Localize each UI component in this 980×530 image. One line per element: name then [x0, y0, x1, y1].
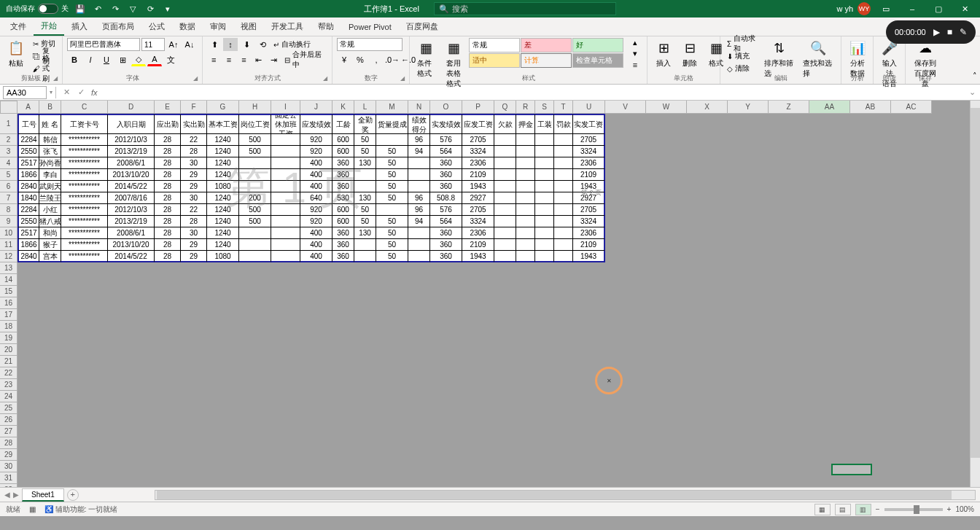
maximize-icon[interactable]: ▢	[928, 1, 949, 16]
ribbon-tab[interactable]: Power Pivot	[341, 17, 399, 36]
cell[interactable]: 920	[300, 146, 332, 157]
cell[interactable]	[809, 227, 850, 239]
cell[interactable]: 564	[430, 216, 462, 227]
cell[interactable]	[271, 251, 300, 262]
cell[interactable]: 28	[155, 134, 181, 146]
page-break-view-icon[interactable]: ▥	[855, 504, 871, 515]
cell[interactable]: 360	[332, 251, 354, 262]
cell[interactable]: 入职日期	[108, 114, 155, 134]
column-header[interactable]: E	[155, 101, 181, 114]
cell[interactable]: 530	[332, 192, 354, 204]
cell[interactable]	[687, 134, 728, 146]
ribbon-tab[interactable]: 数据	[172, 17, 203, 36]
cell[interactable]	[605, 146, 646, 157]
cell[interactable]	[408, 251, 430, 262]
cell[interactable]: 2014/5/22	[108, 251, 155, 262]
cell[interactable]	[891, 146, 932, 157]
cell[interactable]: 实发绩效	[430, 114, 462, 134]
cell[interactable]: 94	[408, 146, 430, 157]
column-header[interactable]: AC	[891, 101, 932, 114]
cell[interactable]	[646, 204, 687, 216]
cell[interactable]	[239, 239, 271, 251]
cell[interactable]: 2306	[573, 157, 605, 169]
ribbon-tab[interactable]: 视图	[233, 17, 264, 36]
cell[interactable]: 600	[332, 204, 354, 216]
cell[interactable]: 360	[332, 181, 354, 192]
row-header[interactable]: 2	[0, 134, 18, 146]
cell[interactable]	[535, 239, 554, 251]
cell[interactable]	[850, 192, 891, 204]
cell[interactable]: 武则天	[39, 181, 61, 192]
cell[interactable]	[769, 169, 809, 181]
cell[interactable]	[769, 134, 809, 146]
italic-icon[interactable]: I	[83, 53, 98, 66]
cell[interactable]: 500	[239, 204, 271, 216]
cell[interactable]: 2013/10/20	[108, 169, 155, 181]
cell[interactable]: 29	[181, 181, 207, 192]
cell[interactable]: ***********	[61, 239, 108, 251]
fx-icon[interactable]: fx	[91, 88, 98, 97]
align-left-icon[interactable]: ≡	[207, 53, 221, 66]
select-all-corner[interactable]	[0, 101, 18, 114]
cell[interactable]	[494, 251, 516, 262]
cell[interactable]: 1943	[573, 251, 605, 262]
cell[interactable]	[809, 251, 850, 262]
cell[interactable]	[605, 114, 646, 134]
cell[interactable]	[554, 251, 573, 262]
cell[interactable]: 28	[155, 239, 181, 251]
cell[interactable]	[687, 204, 728, 216]
row-header[interactable]: 12	[0, 251, 18, 262]
cell[interactable]: 2013/2/19	[108, 216, 155, 227]
cell[interactable]: 2109	[573, 169, 605, 181]
cell[interactable]: 1080	[207, 181, 239, 192]
cell[interactable]: 1866	[18, 169, 39, 181]
column-header[interactable]: A	[18, 101, 39, 114]
sheet-nav-next-icon[interactable]: ▶	[13, 491, 19, 499]
cell[interactable]: 50	[376, 216, 408, 227]
cell[interactable]	[494, 169, 516, 181]
row-header[interactable]: 28	[0, 437, 18, 449]
cell[interactable]: 工号	[18, 114, 39, 134]
cell[interactable]	[605, 181, 646, 192]
cell[interactable]	[494, 181, 516, 192]
cell[interactable]: 600	[332, 146, 354, 157]
cell[interactable]	[271, 181, 300, 192]
cell[interactable]	[376, 134, 408, 146]
cell[interactable]: 1240	[207, 146, 239, 157]
row-header[interactable]: 29	[0, 449, 18, 461]
cell[interactable]	[605, 239, 646, 251]
cell[interactable]: 1240	[207, 169, 239, 181]
style-calc[interactable]: 计算	[521, 53, 572, 68]
cell[interactable]: 50	[376, 169, 408, 181]
cell[interactable]: ***********	[61, 157, 108, 169]
cell[interactable]: 130	[354, 227, 376, 239]
row-header[interactable]: 30	[0, 461, 18, 472]
cell[interactable]: 1240	[207, 204, 239, 216]
cell[interactable]: 28	[155, 204, 181, 216]
font-family-select[interactable]	[67, 38, 140, 51]
sheet-nav-prev-icon[interactable]: ◀	[4, 491, 10, 499]
cell[interactable]: 28	[155, 157, 181, 169]
cell[interactable]	[376, 204, 408, 216]
cell[interactable]: 3324	[462, 216, 494, 227]
cell[interactable]: 360	[332, 239, 354, 251]
cell[interactable]	[850, 251, 891, 262]
column-header[interactable]: C	[61, 101, 108, 114]
cell[interactable]	[494, 239, 516, 251]
cell[interactable]: 28	[155, 227, 181, 239]
cell[interactable]	[516, 181, 535, 192]
cell[interactable]: 360	[332, 169, 354, 181]
column-header[interactable]: M	[376, 101, 408, 114]
delete-button[interactable]: ⊟删除	[678, 38, 701, 70]
cell[interactable]	[605, 157, 646, 169]
cell[interactable]	[646, 114, 687, 134]
cell[interactable]: 1866	[18, 239, 39, 251]
cell[interactable]: 360	[430, 227, 462, 239]
cell[interactable]	[728, 192, 769, 204]
cell[interactable]	[850, 157, 891, 169]
cell[interactable]: 400	[300, 181, 332, 192]
column-header[interactable]: V	[605, 101, 646, 114]
cell[interactable]	[809, 204, 850, 216]
row-header[interactable]: 19	[0, 332, 18, 344]
cell[interactable]: 猪八戒	[39, 216, 61, 227]
